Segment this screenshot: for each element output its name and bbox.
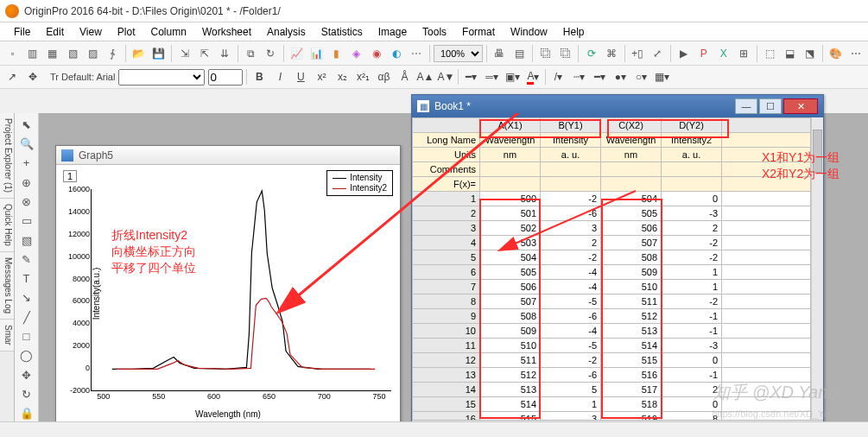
cell[interactable]: 518 — [601, 397, 662, 412]
bold-button[interactable]: B — [250, 68, 268, 86]
graph-window[interactable]: Graph5 1 Intensity Intensity2 Intensity(… — [55, 145, 401, 423]
line-width-button[interactable]: ═▾ — [483, 68, 500, 86]
cell[interactable]: 514 — [480, 397, 541, 412]
cell[interactable]: 500 — [480, 192, 541, 206]
cell[interactable]: -6 — [541, 368, 601, 383]
zoom-select[interactable]: 100% — [434, 45, 483, 62]
cell[interactable]: -2 — [541, 250, 601, 265]
minimize-button[interactable]: — — [735, 98, 757, 114]
tab-messages-log[interactable]: Messages Log — [0, 252, 14, 320]
line-dash-button[interactable]: ┄▾ — [570, 68, 587, 86]
cell[interactable]: 514 — [601, 339, 662, 353]
cell[interactable] — [722, 368, 811, 383]
recalc-button[interactable]: ↻ — [262, 44, 280, 63]
menu-format[interactable]: Format — [455, 24, 502, 40]
cell[interactable]: 517 — [601, 383, 662, 397]
row-header[interactable]: 14 — [413, 383, 480, 397]
worksheet-body[interactable]: A(X1) B(Y1) C(X2) D(Y2) Long NameWavelen… — [412, 117, 811, 420]
graph-titlebar[interactable]: Graph5 — [56, 146, 400, 165]
cell[interactable]: 506 — [601, 221, 662, 236]
menu-file[interactable]: File — [7, 24, 37, 40]
row-header[interactable]: 4 — [413, 236, 480, 250]
cell[interactable]: -1 — [662, 324, 722, 339]
cell[interactable]: 2 — [541, 236, 601, 250]
row-header[interactable]: 2 — [413, 206, 480, 221]
layer-button[interactable]: ⬚ — [760, 44, 778, 63]
cursor-tool[interactable]: ⊗ — [17, 193, 36, 209]
pointer-tool[interactable]: ⬉ — [17, 117, 36, 132]
cell[interactable]: 507 — [601, 236, 662, 250]
merge-button[interactable]: ⬔ — [801, 44, 819, 63]
cell[interactable] — [662, 177, 722, 192]
open-excel-button[interactable]: X — [714, 44, 732, 63]
cell[interactable]: 509 — [480, 324, 541, 339]
cell[interactable]: 2 — [662, 221, 722, 236]
menu-statistics[interactable]: Statistics — [314, 24, 370, 40]
sub-button[interactable]: x₂ — [333, 68, 351, 86]
cell[interactable]: 508 — [480, 309, 541, 324]
draw-tool[interactable]: ✎ — [17, 251, 36, 267]
cell[interactable] — [601, 177, 662, 192]
cell[interactable]: 504 — [601, 192, 662, 206]
menu-edit[interactable]: Edit — [39, 24, 71, 40]
maximize-button[interactable]: ☐ — [759, 98, 782, 114]
cell[interactable] — [722, 221, 811, 236]
cell[interactable]: -1 — [662, 309, 722, 324]
data-reader-tool[interactable]: ⊕ — [17, 174, 36, 190]
cell[interactable]: -6 — [541, 206, 601, 221]
tab-project-explorer[interactable]: Project Explorer (1) — [0, 113, 14, 199]
cell[interactable]: 519 — [601, 412, 662, 421]
col-header-d[interactable]: D(Y2) — [662, 118, 722, 133]
cell[interactable]: -2 — [662, 294, 722, 309]
row-header[interactable]: 3 — [413, 221, 480, 236]
col-header-c[interactable]: C(X2) — [601, 118, 662, 133]
region-tool[interactable]: ◯ — [17, 348, 36, 364]
row-longname[interactable]: Long Name — [413, 133, 480, 148]
cell[interactable] — [480, 162, 541, 177]
cell[interactable]: nm — [480, 148, 541, 162]
cell[interactable]: 508 — [601, 250, 662, 265]
row-header[interactable]: 1 — [413, 192, 480, 206]
cell[interactable]: -3 — [662, 339, 722, 353]
incfont-button[interactable]: A▲ — [416, 68, 434, 86]
line-tool[interactable]: ╱ — [17, 309, 36, 325]
cell[interactable]: 3 — [541, 221, 601, 236]
menu-view[interactable]: View — [73, 24, 109, 40]
cell[interactable]: 507 — [480, 294, 541, 309]
row-header[interactable]: 6 — [413, 265, 480, 280]
tab-smart-hint[interactable]: Smar — [0, 320, 14, 352]
cell[interactable]: -4 — [541, 265, 601, 280]
row-header[interactable]: 12 — [413, 353, 480, 368]
cell[interactable]: -6 — [541, 309, 601, 324]
open-button[interactable]: 📂 — [130, 44, 148, 63]
line-thick-button[interactable]: ━▾ — [591, 68, 608, 86]
print-preview-button[interactable]: ▤ — [510, 44, 529, 63]
x-axis-label[interactable]: Wavelength (nm) — [195, 409, 261, 419]
cell[interactable]: -4 — [541, 280, 601, 294]
marker-size-button[interactable]: ○▾ — [632, 68, 649, 86]
cell[interactable] — [722, 294, 811, 309]
new-project-button[interactable]: ▫ — [3, 44, 22, 63]
save-button[interactable]: 💾 — [149, 44, 168, 63]
worksheet-grid[interactable]: A(X1) B(Y1) C(X2) D(Y2) Long NameWavelen… — [412, 117, 811, 420]
cell[interactable]: -2 — [541, 353, 601, 368]
cell[interactable]: 510 — [601, 280, 662, 294]
cell[interactable]: Wavelength — [480, 133, 541, 148]
cell[interactable]: 510 — [480, 339, 541, 353]
cell[interactable]: -3 — [662, 206, 722, 221]
pan-tool[interactable]: ✥ — [24, 68, 41, 86]
plot-setup-button[interactable]: 📈 — [288, 44, 306, 63]
plot-misc-button[interactable]: ◉ — [367, 44, 385, 63]
row-header[interactable]: 9 — [413, 309, 480, 324]
plot-3d-button[interactable]: ◈ — [347, 44, 365, 63]
close-button[interactable]: ✕ — [783, 98, 818, 114]
menu-image[interactable]: Image — [371, 24, 414, 40]
cell[interactable]: 509 — [601, 265, 662, 280]
col-header-a[interactable]: A(X1) — [480, 118, 541, 133]
row-comments[interactable]: Comments — [413, 162, 480, 177]
cell[interactable]: 505 — [601, 206, 662, 221]
font-color-button[interactable]: A▾ — [524, 68, 542, 86]
refresh-button[interactable]: ⟳ — [582, 44, 600, 63]
cell[interactable]: Intensity — [541, 133, 601, 148]
cell[interactable]: 516 — [601, 368, 662, 383]
